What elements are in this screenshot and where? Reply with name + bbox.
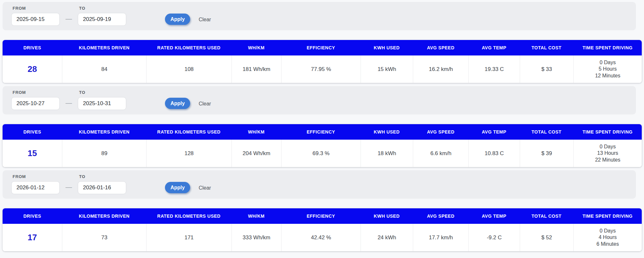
col-header-drives: DRIVES: [3, 213, 62, 219]
col-header-total-cost: TOTAL COST: [520, 213, 573, 219]
col-header-kwh-used: KWH USED: [361, 129, 413, 134]
kilometers-driven-cell: 84: [62, 55, 146, 83]
col-header-kwh-used: KWH USED: [361, 45, 413, 50]
date-range-dash: —: [66, 99, 72, 107]
col-header-rated-kilometers-used: RATED KILOMETERS USED: [146, 45, 231, 50]
from-date-input[interactable]: [11, 13, 60, 26]
time-days: 0 Days: [600, 228, 616, 234]
kwh-used-cell: 24 kWh: [361, 224, 413, 251]
col-header-wh-km: WH/KM: [231, 45, 281, 50]
from-date-input[interactable]: [11, 97, 60, 110]
col-header-kilometers-driven: KILOMETERS DRIVEN: [62, 45, 146, 50]
time-minutes: 22 Minutes: [595, 157, 620, 163]
avg-speed-cell: 17.7 km/h: [413, 224, 468, 251]
table-row: 15 89 128 204 Wh/km 69.3 % 18 kWh 6.6 km…: [3, 140, 642, 167]
col-header-time-spent-driving: TIME SPENT DRIVING: [573, 213, 642, 219]
to-label: TO: [79, 6, 126, 11]
apply-button[interactable]: Apply: [165, 182, 190, 193]
avg-speed-cell: 6.6 km/h: [413, 140, 468, 167]
date-filter-bar-1: FROM — TO Apply Clear: [3, 2, 636, 30]
col-header-wh-km: WH/KM: [231, 129, 281, 134]
clear-link[interactable]: Clear: [199, 17, 211, 23]
drive-stats-table-1: DRIVES KILOMETERS DRIVEN RATED KILOMETER…: [3, 40, 642, 83]
col-header-kilometers-driven: KILOMETERS DRIVEN: [62, 129, 146, 134]
apply-button[interactable]: Apply: [165, 98, 190, 109]
drives-cell: 28: [3, 55, 62, 83]
to-date-input[interactable]: [78, 13, 126, 26]
time-hours: 13 Hours: [597, 150, 618, 156]
col-header-avg-temp: AVG TEMP: [468, 129, 519, 134]
to-date-input[interactable]: [78, 181, 126, 194]
col-header-rated-kilometers-used: RATED KILOMETERS USED: [146, 129, 231, 134]
table-row: 17 73 171 333 Wh/km 42.42 % 24 kWh 17.7 …: [3, 224, 642, 251]
col-header-avg-speed: AVG SPEED: [413, 45, 468, 50]
from-date-input[interactable]: [11, 181, 60, 194]
to-field-group: TO: [78, 174, 126, 194]
col-header-kilometers-driven: KILOMETERS DRIVEN: [62, 213, 146, 219]
col-header-avg-speed: AVG SPEED: [413, 213, 468, 219]
col-header-drives: DRIVES: [3, 45, 62, 50]
time-hours: 4 Hours: [598, 234, 617, 241]
col-header-time-spent-driving: TIME SPENT DRIVING: [573, 45, 642, 50]
kilometers-driven-cell: 73: [62, 224, 146, 251]
col-header-efficiency: EFFICIENCY: [281, 129, 361, 134]
apply-button[interactable]: Apply: [165, 14, 190, 25]
drive-stats-table-3: DRIVES KILOMETERS DRIVEN RATED KILOMETER…: [3, 208, 642, 251]
kwh-used-cell: 18 kWh: [361, 140, 413, 167]
col-header-total-cost: TOTAL COST: [520, 45, 573, 50]
drives-count[interactable]: 17: [28, 233, 37, 243]
kwh-used-cell: 15 kWh: [361, 55, 413, 83]
efficiency-cell: 69.3 %: [281, 140, 361, 167]
table-row: 28 84 108 181 Wh/km 77.95 % 15 kWh 16.2 …: [3, 55, 642, 83]
rated-kilometers-used-cell: 171: [146, 224, 231, 251]
time-minutes: 12 Minutes: [595, 73, 620, 79]
drive-stats-table-2: DRIVES KILOMETERS DRIVEN RATED KILOMETER…: [3, 124, 642, 167]
total-cost-cell: $ 39: [520, 140, 573, 167]
to-label: TO: [79, 174, 126, 179]
avg-speed-cell: 16.2 km/h: [413, 55, 468, 83]
col-header-avg-temp: AVG TEMP: [468, 45, 519, 50]
drives-count[interactable]: 15: [28, 148, 37, 158]
table-header-row: DRIVES KILOMETERS DRIVEN RATED KILOMETER…: [3, 208, 642, 224]
wh-km-cell: 204 Wh/km: [231, 140, 281, 167]
clear-link[interactable]: Clear: [199, 101, 211, 107]
date-filter-bar-2: FROM — TO Apply Clear: [3, 86, 636, 114]
efficiency-cell: 42.42 %: [281, 224, 361, 251]
drives-cell: 15: [3, 140, 62, 167]
date-filter-bar-3: FROM — TO Apply Clear: [3, 170, 636, 199]
wh-km-cell: 333 Wh/km: [231, 224, 281, 251]
kilometers-driven-cell: 89: [62, 140, 146, 167]
time-spent-driving-cell: 0 Days 5 Hours 12 Minutes: [573, 55, 642, 83]
time-spent-driving-cell: 0 Days 4 Hours 6 Minutes: [573, 224, 642, 251]
efficiency-cell: 77.95 %: [281, 55, 361, 83]
to-field-group: TO: [78, 90, 126, 110]
rated-kilometers-used-cell: 128: [146, 140, 231, 167]
clear-link[interactable]: Clear: [199, 185, 211, 191]
from-label: FROM: [13, 90, 60, 95]
to-date-input[interactable]: [78, 97, 126, 110]
time-days: 0 Days: [600, 144, 616, 150]
col-header-avg-temp: AVG TEMP: [468, 213, 519, 219]
total-cost-cell: $ 33: [520, 55, 573, 83]
from-field-group: FROM: [11, 174, 60, 194]
col-header-avg-speed: AVG SPEED: [413, 129, 468, 134]
col-header-kwh-used: KWH USED: [361, 213, 413, 219]
from-label: FROM: [13, 6, 60, 11]
table-header-row: DRIVES KILOMETERS DRIVEN RATED KILOMETER…: [3, 124, 642, 140]
to-label: TO: [79, 90, 126, 95]
avg-temp-cell: 10.83 C: [468, 140, 519, 167]
wh-km-cell: 181 Wh/km: [231, 55, 281, 83]
time-days: 0 Days: [600, 59, 616, 66]
col-header-efficiency: EFFICIENCY: [281, 213, 361, 219]
col-header-time-spent-driving: TIME SPENT DRIVING: [573, 129, 642, 134]
date-range-dash: —: [66, 15, 72, 23]
col-header-rated-kilometers-used: RATED KILOMETERS USED: [146, 213, 231, 219]
time-hours: 5 Hours: [598, 66, 617, 72]
col-header-wh-km: WH/KM: [231, 213, 281, 219]
col-header-drives: DRIVES: [3, 129, 62, 134]
from-field-group: FROM: [11, 90, 60, 110]
rated-kilometers-used-cell: 108: [146, 55, 231, 83]
drives-count[interactable]: 28: [28, 64, 37, 74]
drives-cell: 17: [3, 224, 62, 251]
total-cost-cell: $ 52: [520, 224, 573, 251]
